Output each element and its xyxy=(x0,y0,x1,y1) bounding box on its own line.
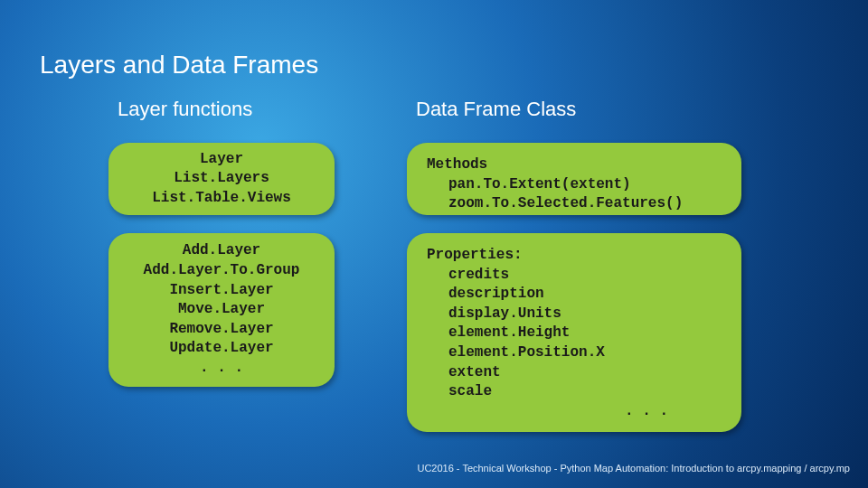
card-header: Methods xyxy=(427,155,722,175)
footer-text: UC2016 - Technical Workshop - Python Map… xyxy=(417,463,850,474)
slide: Layers and Data Frames Layer functions D… xyxy=(0,0,868,488)
code-line: element.Height xyxy=(427,324,722,343)
code-line: List.Table.Views xyxy=(128,189,315,209)
layer-ops-card: Add.Layer Add.Layer.To.Group Insert.Laye… xyxy=(108,233,335,387)
methods-card: Methods pan.To.Extent(extent) zoom.To.Se… xyxy=(407,143,741,215)
code-line: zoom.To.Selected.Features() xyxy=(427,194,722,214)
right-column-heading: Data Frame Class xyxy=(416,98,576,121)
code-line: Add.Layer xyxy=(128,241,315,261)
code-line: pan.To.Extent(extent) xyxy=(427,175,722,195)
code-line: element.Position.X xyxy=(427,343,722,363)
code-line: . . . xyxy=(128,359,315,379)
code-line: Layer xyxy=(128,150,315,170)
layer-list-card: Layer List.Layers List.Table.Views xyxy=(108,143,335,215)
code-line: . . . xyxy=(427,402,722,422)
code-line: credits xyxy=(427,266,722,286)
code-line: List.Layers xyxy=(128,169,315,189)
properties-card: Properties: credits description display.… xyxy=(407,233,741,432)
code-line: scale xyxy=(427,382,722,402)
code-line: Insert.Layer xyxy=(128,281,315,301)
code-line: display.Units xyxy=(427,305,722,324)
code-line: extent xyxy=(427,363,722,383)
code-line: Add.Layer.To.Group xyxy=(128,261,315,281)
card-header: Properties: xyxy=(427,246,722,266)
code-line: Remove.Layer xyxy=(128,320,315,340)
code-line: description xyxy=(427,285,722,305)
code-line: Update.Layer xyxy=(128,339,315,359)
slide-title: Layers and Data Frames xyxy=(40,51,318,80)
left-column-heading: Layer functions xyxy=(118,98,252,121)
code-line: Move.Layer xyxy=(128,300,315,320)
